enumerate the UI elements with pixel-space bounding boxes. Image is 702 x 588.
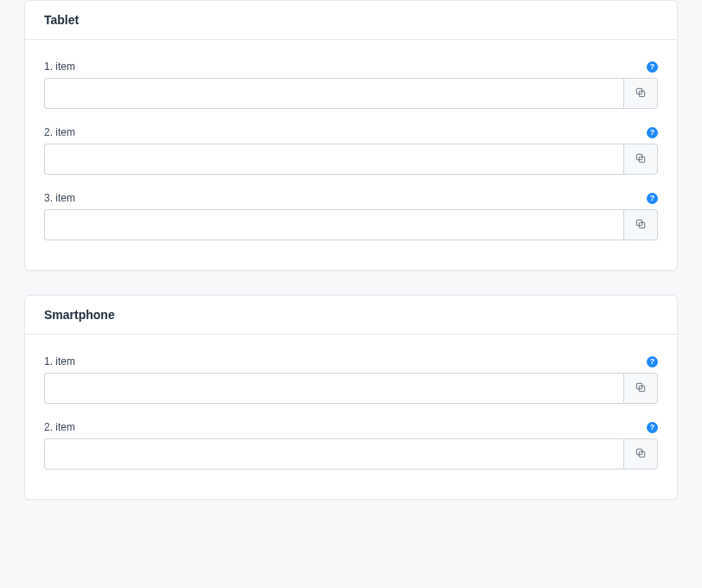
copy-button[interactable]	[623, 144, 658, 175]
card-tablet: Tablet 1. item ? 2. item ?	[24, 0, 678, 271]
copy-icon	[635, 381, 647, 396]
card-header-tablet: Tablet	[25, 1, 677, 40]
field-label: 2. item	[44, 421, 75, 433]
label-row: 3. item ?	[44, 192, 658, 204]
copy-icon	[635, 152, 647, 167]
card-body-smartphone: 1. item ? 2. item ?	[25, 335, 677, 499]
help-icon[interactable]: ?	[647, 422, 658, 433]
label-row: 2. item ?	[44, 126, 658, 138]
field-label: 2. item	[44, 126, 75, 138]
input-group	[44, 373, 658, 404]
copy-icon	[635, 447, 647, 462]
copy-button[interactable]	[623, 209, 658, 240]
field-label: 1. item	[44, 355, 75, 368]
copy-icon	[635, 86, 647, 101]
help-icon[interactable]: ?	[647, 127, 658, 138]
item-input[interactable]	[44, 78, 623, 109]
card-smartphone: Smartphone 1. item ? 2. item ?	[24, 295, 678, 500]
form-group: 1. item ?	[44, 355, 658, 404]
form-group: 3. item ?	[44, 192, 658, 240]
item-input[interactable]	[44, 373, 623, 404]
label-row: 1. item ?	[44, 61, 658, 73]
help-icon[interactable]: ?	[647, 193, 658, 204]
help-icon[interactable]: ?	[647, 61, 658, 73]
card-body-tablet: 1. item ? 2. item ?	[25, 40, 677, 270]
item-input[interactable]	[44, 438, 623, 470]
form-group: 1. item ?	[44, 61, 658, 109]
item-input[interactable]	[44, 144, 623, 175]
input-group	[44, 438, 658, 470]
item-input[interactable]	[44, 209, 623, 240]
label-row: 2. item ?	[44, 421, 658, 433]
input-group	[44, 209, 658, 240]
copy-button[interactable]	[623, 373, 658, 404]
input-group	[44, 78, 658, 109]
form-group: 2. item ?	[44, 126, 658, 175]
label-row: 1. item ?	[44, 355, 658, 368]
form-group: 2. item ?	[44, 421, 658, 470]
copy-button[interactable]	[623, 78, 658, 109]
help-icon[interactable]: ?	[647, 356, 658, 368]
input-group	[44, 144, 658, 175]
card-header-smartphone: Smartphone	[25, 296, 677, 335]
field-label: 3. item	[44, 192, 75, 204]
copy-icon	[635, 218, 647, 233]
field-label: 1. item	[44, 61, 75, 73]
copy-button[interactable]	[623, 438, 658, 470]
